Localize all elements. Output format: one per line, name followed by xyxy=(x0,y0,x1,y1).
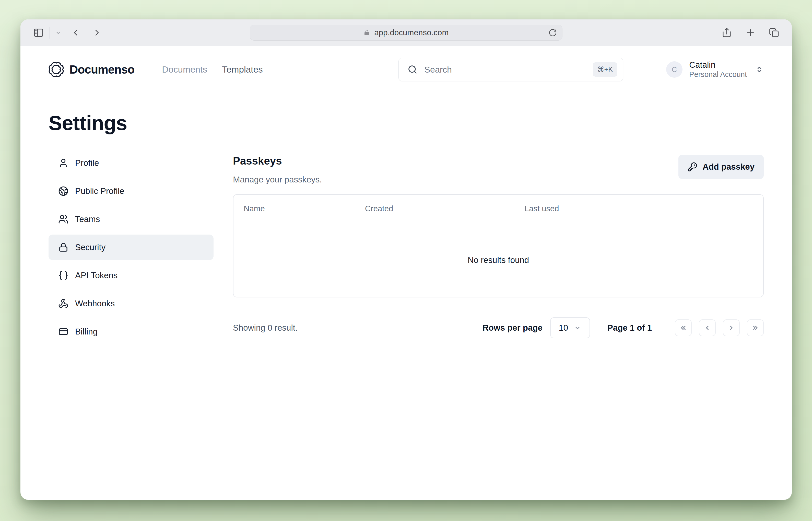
chevrons-up-down-icon xyxy=(755,65,764,74)
previous-page-button[interactable] xyxy=(699,319,716,336)
back-icon[interactable] xyxy=(71,28,80,38)
rows-per-page-label: Rows per page xyxy=(483,323,542,333)
pagination-controls xyxy=(675,319,764,336)
url-text: app.documenso.com xyxy=(374,28,448,37)
search-placeholder: Search xyxy=(424,65,586,75)
sidebar-item-label: Webhooks xyxy=(75,299,115,309)
forward-icon[interactable] xyxy=(92,28,102,38)
browser-toolbar: app.documenso.com xyxy=(20,19,792,46)
first-page-button[interactable] xyxy=(675,319,692,336)
sidebar-item-profile[interactable]: Profile xyxy=(49,150,213,176)
tab-overview-icon[interactable] xyxy=(769,27,780,38)
chevron-down-icon xyxy=(574,324,581,332)
next-page-button[interactable] xyxy=(723,319,740,336)
search-shortcut-badge: ⌘+K xyxy=(593,62,618,77)
avatar: C xyxy=(666,61,682,78)
empty-state-row: No results found xyxy=(233,223,763,297)
sidebar-item-billing[interactable]: Billing xyxy=(49,319,213,344)
reload-icon[interactable] xyxy=(549,28,557,37)
settings-sidebar: Profile Public Profile Teams xyxy=(49,150,213,344)
rows-per-page-select[interactable]: 10 xyxy=(550,317,590,338)
table-footer: Showing 0 result. Rows per page 10 Page … xyxy=(233,317,764,338)
browser-window: app.documenso.com xyxy=(20,19,792,500)
sidebar-item-label: Security xyxy=(75,243,106,252)
users-icon xyxy=(58,214,68,224)
page-indicator: Page 1 of 1 xyxy=(607,323,652,333)
rows-per-page-value: 10 xyxy=(559,323,568,333)
column-header-name: Name xyxy=(233,204,365,213)
account-type: Personal Account xyxy=(689,70,747,79)
key-icon xyxy=(688,162,697,172)
tls-lock-icon xyxy=(364,29,370,36)
sidebar-item-webhooks[interactable]: Webhooks xyxy=(49,291,213,316)
passkeys-subtitle: Manage your passkeys. xyxy=(233,175,322,184)
passkeys-panel: Passkeys Manage your passkeys. Add passk… xyxy=(233,150,764,344)
user-icon xyxy=(58,158,68,168)
sidebar-item-label: API Tokens xyxy=(75,271,117,280)
app-content: Documenso Documents Templates Search ⌘+K… xyxy=(20,46,792,344)
empty-state-message: No results found xyxy=(468,255,529,265)
braces-icon xyxy=(58,270,68,280)
toolbar-right-group xyxy=(721,27,780,38)
sidebar-item-teams[interactable]: Teams xyxy=(49,206,213,232)
webhook-icon xyxy=(58,298,68,309)
account-menu[interactable]: C Catalin Personal Account xyxy=(666,60,764,79)
globe-icon xyxy=(58,186,68,196)
passkeys-table: Name Created Last used No results found xyxy=(233,194,764,297)
lock-icon xyxy=(58,242,68,252)
add-passkey-button[interactable]: Add passkey xyxy=(678,155,764,179)
sidebar-item-api-tokens[interactable]: API Tokens xyxy=(49,263,213,288)
account-name: Catalin xyxy=(689,60,747,69)
add-passkey-label: Add passkey xyxy=(702,162,755,172)
nav-item-templates[interactable]: Templates xyxy=(222,64,263,75)
column-header-last-used: Last used xyxy=(525,204,763,213)
sidebar-item-public-profile[interactable]: Public Profile xyxy=(49,178,213,204)
page-title: Settings xyxy=(49,111,764,135)
credit-card-icon xyxy=(58,326,68,337)
app-header: Documenso Documents Templates Search ⌘+K… xyxy=(49,46,764,81)
passkeys-title: Passkeys xyxy=(233,155,322,167)
documenso-logo-icon xyxy=(49,62,64,77)
brand-logo-link[interactable]: Documenso xyxy=(49,62,134,77)
last-page-button[interactable] xyxy=(747,319,764,336)
nav-item-documents[interactable]: Documents xyxy=(162,64,207,75)
search-input[interactable]: Search ⌘+K xyxy=(398,58,623,81)
sidebar-toggle-icon[interactable] xyxy=(33,27,44,39)
sidebar-menu-chevron-icon[interactable] xyxy=(55,29,62,36)
top-nav: Documents Templates xyxy=(162,64,263,75)
new-tab-icon[interactable] xyxy=(745,28,756,38)
sidebar-item-security[interactable]: Security xyxy=(49,234,213,260)
sidebar-item-label: Teams xyxy=(75,214,100,224)
address-bar[interactable]: app.documenso.com xyxy=(250,25,562,41)
results-summary: Showing 0 result. xyxy=(233,323,298,333)
toolbar-left-group xyxy=(33,27,102,39)
sidebar-item-label: Billing xyxy=(75,327,98,337)
sidebar-item-label: Public Profile xyxy=(75,186,124,196)
table-header-row: Name Created Last used xyxy=(233,195,763,223)
column-header-created: Created xyxy=(365,204,525,213)
search-icon xyxy=(408,64,418,75)
brand-name: Documenso xyxy=(69,63,134,76)
share-icon[interactable] xyxy=(721,27,732,38)
sidebar-item-label: Profile xyxy=(75,158,99,168)
